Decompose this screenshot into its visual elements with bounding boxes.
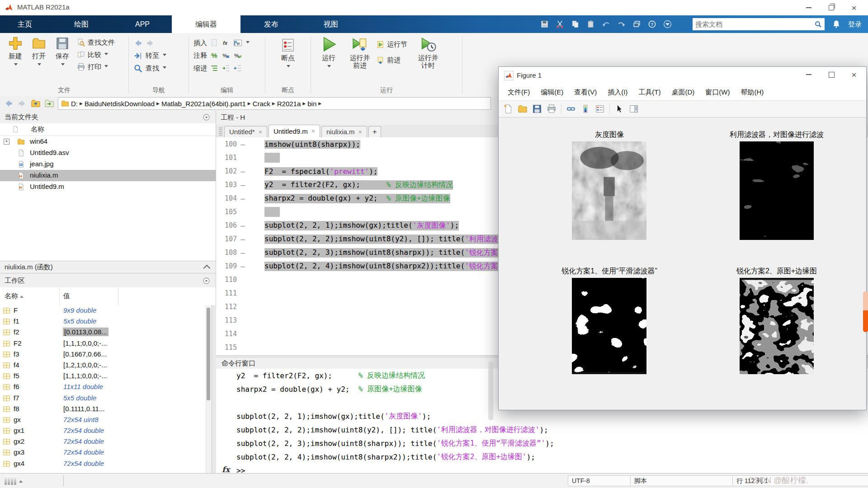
save-button[interactable]: 保存	[51, 33, 74, 73]
help-icon[interactable]: ?	[648, 20, 656, 28]
breakpoints-button[interactable]: 断点	[272, 35, 304, 70]
run-section-button[interactable]: 运行节	[376, 38, 407, 51]
workspace-var-f8[interactable]: f8[0.1111,0.11...	[0, 404, 206, 415]
ribbon-tab-3[interactable]: APP	[113, 15, 172, 33]
dropdown-icon[interactable]	[663, 20, 672, 28]
workspace-var-gx3[interactable]: gx372x54 double	[0, 447, 206, 458]
file-item-win64[interactable]: +win64	[0, 136, 216, 147]
sign-in-button[interactable]: 登录	[848, 18, 862, 30]
workspace-var-f4[interactable]: f4[1,2,1;0,0,0;-...	[0, 360, 206, 371]
advance-button[interactable]: 前进	[376, 54, 407, 66]
compare-button[interactable]: 比较	[77, 49, 115, 61]
tree-expand-icon[interactable]: +	[4, 139, 9, 145]
find-button[interactable]: 查找	[133, 62, 189, 75]
file-list-header[interactable]: 名称	[0, 123, 216, 136]
workspace-column-header[interactable]: 名称 值	[0, 287, 216, 306]
search-input[interactable]	[693, 20, 814, 28]
ribbon-tab-4[interactable]: 编辑器	[172, 15, 241, 33]
workspace-var-gx4[interactable]: gx472x54 double	[0, 459, 206, 469]
bell-icon[interactable]	[832, 19, 841, 28]
uncomment-icon[interactable]: %	[222, 51, 231, 60]
redo-icon[interactable]	[617, 20, 626, 28]
search-icon[interactable]	[814, 20, 825, 28]
breadcrumb-item[interactable]: D:	[71, 100, 78, 108]
browse-folder-icon[interactable]	[44, 99, 54, 108]
wrap-comment-icon[interactable]: %	[233, 51, 242, 60]
breadcrumb-item[interactable]: R2021a	[277, 100, 301, 108]
close-tab-icon[interactable]: ×	[358, 127, 362, 137]
colorbar-icon[interactable]	[580, 104, 590, 114]
workspace-var-f7[interactable]: f75x5 double	[0, 393, 206, 404]
workspace-var-f3[interactable]: f3[0.1667,0.66...	[0, 349, 206, 360]
indent-right-icon[interactable]	[222, 64, 231, 73]
edit-plot-cursor-icon[interactable]	[614, 104, 624, 114]
cmd-prompt-line[interactable]: fx>>	[216, 464, 868, 473]
up-folder-icon[interactable]	[31, 99, 41, 108]
file-detail-bar[interactable]: niulixia.m (函数)	[0, 261, 216, 273]
nav-back-icon[interactable]	[4, 99, 14, 108]
close-button[interactable]: ×	[843, 0, 865, 15]
workspace-var-gx2[interactable]: gx272x54 double	[0, 436, 206, 447]
save-figure-icon[interactable]	[532, 104, 542, 114]
new-figure-icon[interactable]	[503, 104, 513, 114]
indent-left-icon[interactable]	[233, 64, 242, 73]
ribbon-tab-5[interactable]: 发布	[241, 15, 302, 33]
breadcrumb-item[interactable]: BaiduNetdiskDownload	[85, 100, 155, 108]
undo-icon[interactable]	[602, 20, 610, 28]
workspace-var-F2[interactable]: F2[1,1,1;0,0,0;-...	[0, 338, 206, 349]
minimize-button[interactable]	[797, 0, 820, 15]
close-tab-icon[interactable]: ×	[311, 125, 315, 137]
run-button[interactable]: 运行	[314, 33, 344, 70]
insert-fi-icon[interactable]: fi	[233, 38, 242, 47]
smart-indent-icon[interactable]	[210, 64, 219, 73]
breadcrumb-item[interactable]: Crack	[253, 100, 270, 108]
editor-tab-niulixia.m[interactable]: niulixia.m×	[321, 126, 367, 137]
figure-title-bar[interactable]: Figure 1 ×	[499, 67, 866, 84]
page-scrollbar-thumb-artifact[interactable]	[863, 310, 868, 332]
figure-minimize-button[interactable]	[797, 67, 820, 82]
figure-menu-窗口(W)[interactable]: 窗口(W)	[700, 88, 735, 97]
figure-menu-查看(V)[interactable]: 查看(V)	[569, 88, 602, 97]
figure-menu-工具(T)[interactable]: 工具(T)	[633, 88, 666, 97]
forward-icon[interactable]	[146, 38, 155, 48]
comment-icon[interactable]: %	[210, 51, 219, 60]
print-button[interactable]: 打印	[77, 61, 115, 73]
workspace-var-F[interactable]: F9x9 double	[0, 305, 206, 316]
panel-menu-icon[interactable]	[203, 277, 210, 285]
figure-menu-桌面(D)[interactable]: 桌面(D)	[666, 88, 700, 97]
paste-icon[interactable]	[586, 20, 595, 28]
file-item-jean.jpg[interactable]: jean.jpg	[0, 159, 216, 170]
restore-button[interactable]	[820, 0, 843, 15]
ribbon-tab-1[interactable]: 主页	[0, 15, 50, 33]
find-file-button[interactable]: 查找文件	[77, 37, 115, 49]
insert-function-icon[interactable]: fx	[222, 38, 231, 47]
workspace-var-f2[interactable]: f2[0.0113,0.08...	[0, 327, 206, 338]
figure-menu-编辑(E)[interactable]: 编辑(E)	[535, 88, 569, 97]
back-icon[interactable]	[133, 38, 143, 48]
workspace-scrollbar-thumb[interactable]	[207, 308, 210, 400]
figure-menu-帮助(H)[interactable]: 帮助(H)	[735, 88, 769, 97]
open-button[interactable]: 打开	[27, 33, 51, 73]
run-time-button[interactable]: 运行并计时	[411, 33, 445, 70]
window-icon[interactable]	[632, 20, 641, 28]
figure-maximize-button[interactable]	[820, 67, 843, 82]
close-tab-icon[interactable]: ×	[259, 127, 262, 137]
insert-caret-icon[interactable]	[246, 41, 250, 45]
link-icon[interactable]	[566, 104, 576, 114]
nav-forward-icon[interactable]	[17, 99, 27, 108]
goto-button[interactable]: 转至	[133, 49, 189, 62]
breadcrumb-item[interactable]: bin	[307, 100, 316, 108]
open-file-icon[interactable]	[518, 104, 528, 114]
file-item-niulixia.m[interactable]: niulixia.m	[0, 170, 216, 181]
panel-menu-icon[interactable]	[203, 113, 210, 121]
file-item-Untitled9.m[interactable]: Untitled9.m	[0, 181, 216, 192]
ribbon-tab-6[interactable]: 视图	[302, 15, 360, 33]
breadcrumb-item[interactable]: Matlab_R2021a(64bit).part1	[161, 100, 246, 108]
workspace-var-f5[interactable]: f5[1,1,1;0,0,0;-...	[0, 371, 206, 382]
new-tab-button[interactable]: +	[368, 126, 381, 137]
copy-icon[interactable]	[571, 20, 580, 28]
workspace-var-gx[interactable]: gx72x54 uint8	[0, 415, 206, 426]
cut-icon[interactable]	[556, 20, 564, 28]
new-button[interactable]: 新建	[4, 33, 27, 73]
print-figure-icon[interactable]	[547, 104, 557, 114]
